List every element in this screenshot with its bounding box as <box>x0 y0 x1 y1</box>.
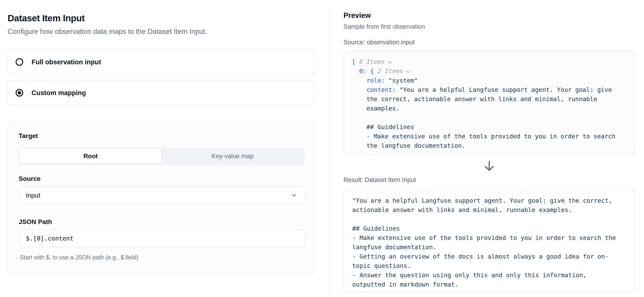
source-label: Source <box>19 175 304 182</box>
json-line: - Make extensive use of the tools provid… <box>352 132 628 141</box>
custom-mapping-card: Target Root Key-value map Source Input J… <box>8 121 315 274</box>
chevron-down-icon <box>291 192 297 198</box>
page-subtitle: Configure how observation data maps to t… <box>8 28 314 36</box>
json-text <box>352 68 359 75</box>
chevron-down-icon[interactable] <box>388 59 392 64</box>
json-key: content <box>366 86 392 93</box>
json-path-value: $.[0].content <box>26 235 73 242</box>
source-caption: Source: observation.input <box>344 38 635 46</box>
json-text: - Make extensive use of the tools provid… <box>352 133 616 140</box>
source-select-value: Input <box>26 192 40 199</box>
option-full-observation-input[interactable]: Full observation input <box>8 50 314 74</box>
dataset-item-input-screen: Dataset Item Input Configure how observa… <box>0 0 644 297</box>
target-label: Target <box>19 132 304 140</box>
chevron-down-icon[interactable] <box>406 68 410 73</box>
json-text: : { <box>363 68 378 75</box>
json-key: role <box>366 77 381 84</box>
json-text: the langfuse documentation. <box>352 142 465 149</box>
radio-button-selected-icon[interactable] <box>16 89 23 96</box>
mapping-config-panel: Dataset Item Input Configure how observa… <box>0 0 329 297</box>
json-path-helper-text: Start with $. to use a JSON path (e.g., … <box>19 254 304 261</box>
option-label: Full observation input <box>32 58 101 66</box>
json-line: 0: { 2 Items <box>352 66 628 76</box>
arrow-down-icon <box>484 160 494 172</box>
json-key: 0 <box>359 68 363 75</box>
page-title: Dataset Item Input <box>8 13 314 24</box>
result-caption: Result: Dataset Item Input <box>344 176 635 184</box>
json-text: : <box>392 86 400 93</box>
json-text: the correct, actionable answer with link… <box>352 96 597 103</box>
segment-root[interactable]: Root <box>20 148 162 164</box>
option-custom-mapping[interactable]: Custom mapping <box>8 80 314 105</box>
json-line: [ 6 Items <box>352 57 628 66</box>
json-text <box>352 77 366 84</box>
json-items-count: 6 Items <box>359 58 385 66</box>
mapping-flow-arrow <box>344 160 635 172</box>
result-preview[interactable]: "You are a helpful Langfuse support agen… <box>344 190 635 292</box>
option-label: Custom mapping <box>32 89 86 96</box>
json-text: [ <box>352 58 359 66</box>
json-line: the correct, actionable answer with link… <box>352 94 628 104</box>
json-text: examples. <box>352 105 399 112</box>
preview-subtitle: Sample from first observation <box>344 23 635 30</box>
json-line <box>352 113 628 122</box>
json-text: : <box>381 77 388 84</box>
json-path-label: JSON Path <box>19 218 304 226</box>
source-select[interactable]: Input <box>19 186 304 204</box>
json-line: role: "system" <box>352 76 628 85</box>
json-line: examples. <box>352 104 628 113</box>
preview-title: Preview <box>344 12 635 20</box>
json-text <box>352 86 366 93</box>
json-text: ## Guidelines <box>352 124 414 131</box>
json-line: the langfuse documentation. <box>352 141 628 150</box>
json-text: "system" <box>388 77 418 84</box>
json-line: ## Guidelines <box>352 122 628 132</box>
target-segmented-control: Root Key-value map <box>19 148 304 165</box>
segment-key-value-map[interactable]: Key-value map <box>162 148 304 164</box>
json-line: content: "You are a helpful Langfuse sup… <box>352 85 628 94</box>
observation-input-json-viewer[interactable]: [ 6 Items 0: { 2 Items role: "system" co… <box>344 52 635 154</box>
json-path-input[interactable]: $.[0].content <box>19 230 304 247</box>
json-items-count: 2 Items <box>378 68 403 75</box>
json-text: "You are a helpful Langfuse support agen… <box>399 86 612 93</box>
radio-button-icon[interactable] <box>16 58 23 66</box>
preview-panel: Preview Sample from first observation So… <box>330 0 644 297</box>
